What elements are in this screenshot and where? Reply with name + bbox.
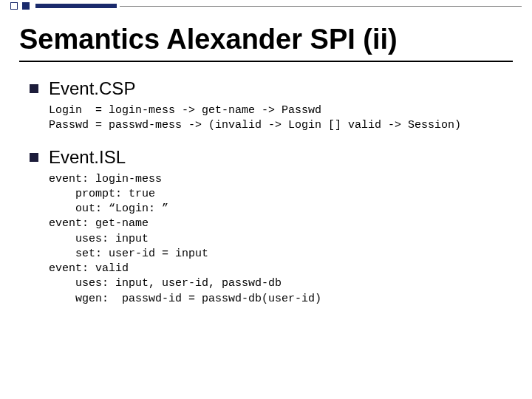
code-block-isl: event: login-mess prompt: true out: “Log… [49,172,517,307]
section-event-isl: Event.ISL event: login-mess prompt: true… [30,147,517,307]
section-event-csp: Event.CSP Login = login-mess -> get-name… [30,78,517,134]
decor-square-outline [10,2,18,10]
title-underline [19,61,513,62]
slide-body: Event.CSP Login = login-mess -> get-name… [30,78,517,320]
bullet-square-icon [30,153,38,162]
section-heading-row: Event.CSP [30,78,517,99]
decor-bar-thin [120,6,522,7]
decor-bar-thick [35,4,117,8]
section-heading: Event.ISL [49,147,126,168]
bullet-square-icon [30,84,38,93]
slide-top-decoration [0,0,532,12]
decor-square-filled [22,2,30,10]
section-heading: Event.CSP [49,78,135,99]
slide-title: Semantics Alexander SPI (ii) [19,24,398,55]
code-block-csp: Login = login-mess -> get-name -> Passwd… [49,103,517,134]
section-heading-row: Event.ISL [30,147,517,168]
